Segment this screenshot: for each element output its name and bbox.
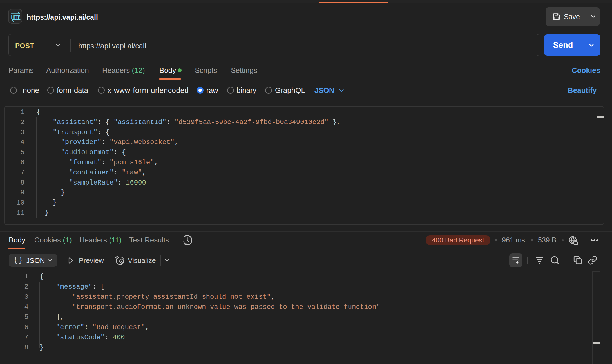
svg-text:HTTP: HTTP	[11, 14, 21, 20]
